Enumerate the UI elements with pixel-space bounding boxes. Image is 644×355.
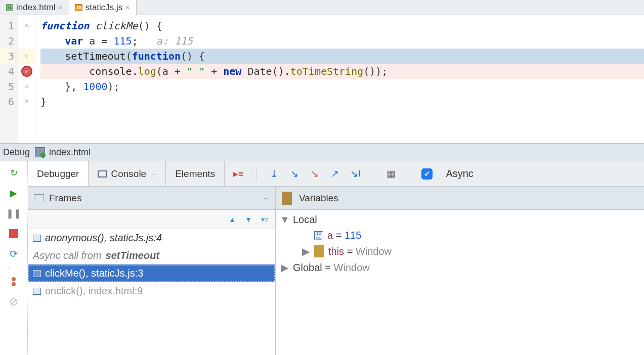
variables-icon xyxy=(282,194,292,202)
run-to-cursor-icon[interactable]: ↘I xyxy=(350,168,361,180)
evaluate-expression-icon[interactable]: ▦ xyxy=(385,168,397,180)
debug-toolwindow-body: ↻ ▶ ❚❚ ⟳ ⊘ Debugger Console → Elements ▸… xyxy=(0,161,644,355)
debug-right: Debugger Console → Elements ▸≡ ⤓ ↘ ↘ ↗ ↘… xyxy=(28,161,644,355)
frame-row[interactable]: anonymous(), staticJs.js:4 xyxy=(28,229,275,247)
inline-value-hint: a: 115 xyxy=(156,35,193,47)
mute-breakpoints-icon[interactable]: ⊘ xyxy=(7,295,20,308)
editor-tab-bar: h index.html × JS staticJs.js × xyxy=(0,0,644,15)
rerun-icon[interactable]: ↻ xyxy=(7,166,20,180)
step-over-icon[interactable]: ⤓ xyxy=(269,168,280,180)
resume-icon[interactable]: ▶ xyxy=(7,187,20,200)
frames-pane: Frames → ▲ ▼ ▾▿ anonymous(), staticJs.js… xyxy=(28,187,276,355)
frames-list[interactable]: anonymous(), staticJs.js:4 Async call fr… xyxy=(28,229,275,355)
debug-panes: Frames → ▲ ▼ ▾▿ anonymous(), staticJs.js… xyxy=(28,187,644,355)
console-icon xyxy=(98,170,107,178)
html-file-icon: h xyxy=(6,4,13,11)
filter-icon[interactable]: ▾▿ xyxy=(261,215,268,224)
variable-this[interactable]: ▶ this = Window xyxy=(280,243,640,259)
run-config-icon xyxy=(35,147,45,157)
step-toolbar: ▸≡ ⤓ ↘ ↘ ↗ ↘I ▦ ✔ Async xyxy=(225,161,481,186)
expand-icon[interactable]: ▼ xyxy=(280,214,289,226)
debug-target: index.html xyxy=(49,147,91,158)
scope-local[interactable]: ▼ Local xyxy=(280,212,640,228)
js-file-icon: JS xyxy=(75,4,82,11)
expand-icon[interactable]: ▶ xyxy=(301,245,310,257)
expand-icon[interactable]: ▶ xyxy=(280,261,289,274)
editor-tab-label: index.html xyxy=(16,3,55,13)
code-editor[interactable]: 1 2 3 4 5 6 ⊖ ⊖ ✓ ⊟ ⊟ function clickMe()… xyxy=(0,15,644,143)
check-icon: ✓ xyxy=(25,64,28,79)
debug-side-toolbar: ↻ ▶ ❚❚ ⟳ ⊘ xyxy=(0,161,28,355)
editor-tab-index-html[interactable]: h index.html × xyxy=(0,0,69,15)
show-execution-point-icon[interactable]: ▸≡ xyxy=(233,168,244,180)
icon-gutter[interactable]: ⊖ ⊖ ✓ ⊟ ⊟ xyxy=(18,15,35,143)
fold-end-icon[interactable]: ⊟ xyxy=(25,94,28,109)
object-var-icon xyxy=(314,248,324,255)
script-icon xyxy=(33,288,41,295)
force-step-into-icon[interactable]: ↘ xyxy=(309,168,320,180)
debug-sub-toolbar: Debugger Console → Elements ▸≡ ⤓ ↘ ↘ ↗ ↘… xyxy=(28,161,644,187)
script-icon xyxy=(33,270,41,277)
reload-icon[interactable]: ⟳ xyxy=(7,247,20,260)
async-label: Async xyxy=(446,168,473,180)
breakpoint-icon[interactable]: ✓ xyxy=(21,66,32,77)
fold-end-icon[interactable]: ⊟ xyxy=(25,79,28,94)
view-breakpoints-icon[interactable] xyxy=(7,275,20,288)
popout-icon[interactable]: → xyxy=(262,194,269,202)
number-var-icon: 1001 xyxy=(314,231,323,240)
prev-frame-icon[interactable]: ▲ xyxy=(229,215,236,224)
script-icon xyxy=(33,235,41,242)
step-into-icon[interactable]: ↘ xyxy=(289,168,300,180)
frame-row-selected[interactable]: clickMe(), staticJs.js:3 xyxy=(28,264,275,282)
popout-icon[interactable]: → xyxy=(149,170,156,178)
fold-icon[interactable]: ⊖ xyxy=(25,49,28,64)
async-checkbox[interactable]: ✔ xyxy=(421,168,433,180)
frame-async-note: Async call from setTimeout xyxy=(28,247,275,264)
debug-label: Debug xyxy=(3,147,30,158)
tab-console[interactable]: Console → xyxy=(89,161,166,186)
editor-tab-staticjs[interactable]: JS staticJs.js × xyxy=(69,0,137,15)
frames-icon xyxy=(34,194,44,202)
fold-icon[interactable]: ⊖ xyxy=(25,18,28,33)
line-number-gutter: 1 2 3 4 5 6 xyxy=(0,15,18,143)
debug-toolwindow-header: Debug index.html xyxy=(0,143,644,161)
close-icon[interactable]: × xyxy=(58,4,62,12)
variables-header: Variables xyxy=(276,187,644,210)
next-frame-icon[interactable]: ▼ xyxy=(245,215,252,224)
variable-a[interactable]: 1001 a = 115 xyxy=(280,228,640,243)
code-area[interactable]: function clickMe() { var a = 115; a: 115… xyxy=(35,15,644,143)
frames-toolbar: ▲ ▼ ▾▿ xyxy=(28,210,275,229)
editor-tab-label: staticJs.js xyxy=(85,3,123,13)
frames-header: Frames → xyxy=(28,187,275,210)
variables-pane: Variables ▼ Local 1001 a = 115 ▶ xyxy=(276,187,644,355)
scope-global[interactable]: ▶ Global = Window xyxy=(280,259,640,276)
variables-tree[interactable]: ▼ Local 1001 a = 115 ▶ this = Window xyxy=(276,210,644,355)
frame-row[interactable]: onclick(), index.html:9 xyxy=(28,282,275,300)
pause-icon[interactable]: ❚❚ xyxy=(7,207,20,220)
step-out-icon[interactable]: ↗ xyxy=(329,168,340,180)
close-icon[interactable]: × xyxy=(125,4,130,12)
tab-debugger[interactable]: Debugger xyxy=(28,161,89,186)
stop-icon[interactable] xyxy=(7,227,20,240)
tab-elements[interactable]: Elements xyxy=(166,161,225,186)
